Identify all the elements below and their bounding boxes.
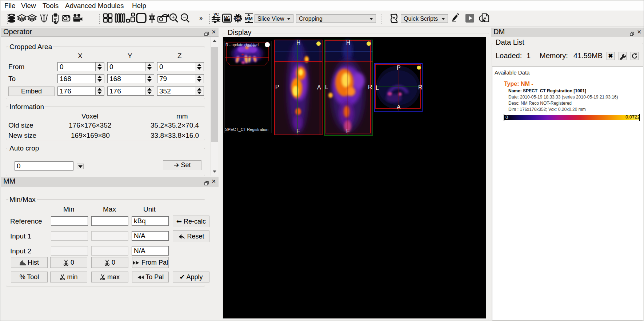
svg-text:R: R: [368, 84, 372, 90]
svg-text:SPECT_CT Registration: SPECT_CT Registration: [225, 127, 268, 132]
svg-text:H: H: [296, 40, 301, 46]
svg-text:R: R: [418, 84, 423, 91]
svg-text:Above: Above: [245, 43, 256, 48]
svg-text:P: P: [397, 65, 401, 71]
svg-text:H: H: [346, 40, 351, 46]
svg-text:A: A: [397, 104, 401, 110]
svg-text:F: F: [346, 128, 350, 134]
svg-text:P: P: [275, 84, 279, 90]
svg-text:VC: VC: [213, 12, 219, 16]
svg-text:»: »: [199, 15, 203, 21]
svg-text:DM: DM: [235, 17, 240, 20]
svg-text:F: F: [296, 128, 300, 134]
svg-text:L: L: [325, 84, 328, 90]
svg-text:1: 1: [21, 15, 23, 19]
svg-text:A: A: [317, 84, 321, 91]
svg-text:L: L: [376, 85, 379, 91]
svg-text:MM: MM: [245, 16, 253, 21]
